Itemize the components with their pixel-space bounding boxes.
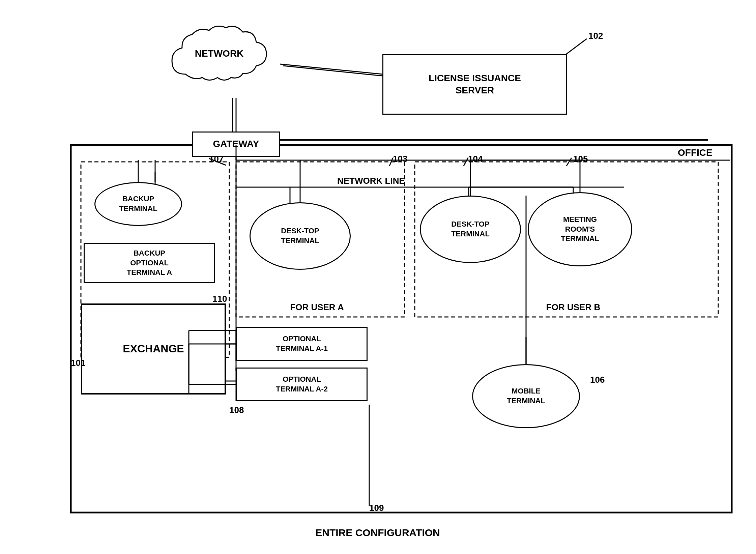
- license-server-label: LICENSE ISSUANCESERVER: [429, 72, 521, 97]
- optional-terminal-a1-box: OPTIONALTERMINAL A-1: [236, 327, 368, 361]
- mobile-terminal-oval: MOBILETERMINAL: [472, 364, 580, 428]
- ref-102: 102: [588, 30, 603, 42]
- svg-line-20: [389, 158, 393, 166]
- ref-103: 103: [393, 153, 407, 165]
- desktop-terminal-b-oval: DESK-TOPTERMINAL: [420, 196, 521, 263]
- license-server-box: LICENSE ISSUANCESERVER: [382, 54, 567, 115]
- optional-terminal-a2-box: OPTIONALTERMINAL A-2: [236, 368, 368, 401]
- exchange-box: EXCHANGE: [81, 303, 226, 395]
- meeting-room-terminal-oval: MEETINGROOM'STERMINAL: [528, 192, 632, 266]
- backup-terminal-oval: BACKUPTERMINAL: [94, 182, 182, 226]
- svg-line-26: [280, 64, 382, 74]
- entire-config-label: ENTIRE CONFIGURATION: [253, 526, 502, 539]
- ref-109: 109: [369, 502, 384, 514]
- ref-107: 107: [209, 153, 224, 165]
- gateway-box: GATEWAY: [192, 132, 280, 157]
- ref-106: 106: [590, 374, 605, 386]
- svg-line-22: [566, 158, 572, 166]
- svg-line-18: [566, 39, 587, 54]
- for-user-b-label: FOR USER B: [489, 302, 658, 313]
- ref-105: 105: [573, 153, 588, 165]
- ref-104: 104: [468, 153, 483, 165]
- desktop-terminal-a-oval: DESK-TOPTERMINAL: [250, 202, 351, 270]
- ref-108: 108: [229, 405, 244, 416]
- backup-optional-terminal-box: BACKUPOPTIONALTERMINAL A: [84, 243, 215, 283]
- svg-line-0: [283, 66, 382, 76]
- network-line-label: NETWORK LINE: [337, 175, 405, 187]
- for-user-a-label: FOR USER A: [253, 302, 381, 313]
- svg-line-21: [464, 158, 468, 166]
- svg-text:NETWORK: NETWORK: [195, 48, 244, 59]
- ref-101: 101: [71, 357, 85, 369]
- office-label: OFFICE: [678, 147, 713, 159]
- ref-110: 110: [212, 293, 227, 305]
